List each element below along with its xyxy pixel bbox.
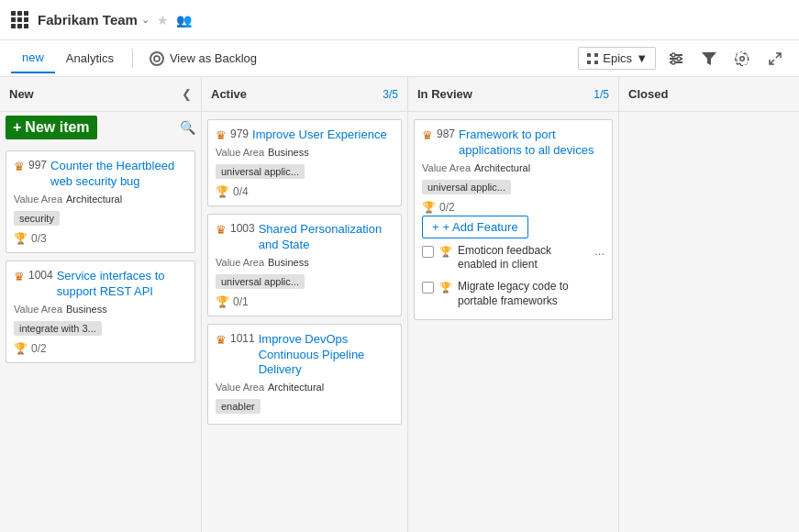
card-997-score: 🏆 0/3 — [14, 232, 187, 245]
filter-button[interactable] — [696, 46, 722, 72]
card-987-title[interactable]: Framework to port applications to all de… — [459, 127, 605, 159]
value-area-label-1003: Value Area — [216, 257, 264, 268]
favorite-star-icon[interactable]: ★ — [157, 13, 169, 28]
card-1003-score: 🏆 0/1 — [216, 295, 394, 308]
nav-board[interactable]: new — [11, 43, 55, 73]
card-1003-id: 1003 — [230, 222, 255, 235]
card-1004-id: 1004 — [28, 269, 53, 282]
card-1011-value-area: Value Area Architectural — [216, 382, 394, 393]
card-1003-tag[interactable]: universal applic... — [216, 274, 305, 289]
backlog-circle-icon — [150, 51, 164, 66]
view-backlog-label: View as Backlog — [170, 51, 257, 65]
card-1011-header: ♛ 1011 Improve DevOps Continuous Pipelin… — [216, 332, 394, 379]
card-1011-title[interactable]: Improve DevOps Continuous Pipeline Deliv… — [259, 332, 394, 379]
card-1004-value-area: Value Area Business — [14, 304, 187, 315]
kanban-board: New ❮ + New item 🔍 ♛ 997 Counter the Hea… — [0, 77, 799, 532]
trophy-icon-987: 🏆 — [422, 201, 436, 214]
svg-point-8 — [671, 53, 675, 57]
card-1003[interactable]: ♛ 1003 Shared Personalization and State … — [207, 214, 402, 316]
nav-separator — [132, 50, 133, 68]
feature-item-1: 🏆 Migrate legacy code to portable framew… — [422, 276, 605, 312]
add-feature-plus-icon: + — [432, 220, 439, 234]
card-997[interactable]: ♛ 997 Counter the Heartbleed web securit… — [6, 150, 195, 253]
value-area-label-1011: Value Area — [216, 382, 264, 393]
team-chevron-icon[interactable]: ⌄ — [141, 14, 150, 26]
trophy-icon-1004: 🏆 — [14, 342, 28, 355]
people-icon[interactable]: 👥 — [176, 13, 192, 28]
card-1004-tag[interactable]: integrate with 3... — [14, 321, 102, 336]
card-979-id: 979 — [230, 127, 249, 140]
epics-label: Epics — [603, 51, 632, 65]
feature-trophy-icon-0: 🏆 — [439, 246, 452, 258]
search-icon[interactable]: 🔍 — [180, 120, 195, 135]
card-987-tag[interactable]: universal applic... — [422, 180, 511, 194]
column-inreview-body: ♛ 987 Framework to port applications to … — [408, 112, 618, 532]
column-active-header: Active 3/5 — [202, 77, 407, 112]
card-1003-title[interactable]: Shared Personalization and State — [259, 222, 394, 253]
value-area-type-979: Business — [268, 147, 309, 158]
crown-icon-1004: ♛ — [14, 270, 25, 283]
svg-point-10 — [671, 61, 675, 64]
feature-checkbox-1[interactable] — [422, 282, 434, 294]
column-closed: Closed ❯ — [619, 77, 799, 532]
feature-text-0: Emoticon feedback enabled in client — [458, 244, 589, 272]
value-area-label-997: Value Area — [14, 194, 62, 205]
column-inreview-title: In Review — [417, 87, 588, 101]
epics-button[interactable]: Epics ▼ — [578, 47, 656, 70]
card-979-title[interactable]: Improve User Experience — [252, 127, 387, 143]
card-1004-score: 🏆 0/2 — [14, 342, 187, 355]
score-987: 0/2 — [439, 201, 455, 214]
card-1011-tag[interactable]: enabler — [216, 399, 261, 414]
score-1004: 0/2 — [31, 342, 47, 355]
add-feature-button[interactable]: + + Add Feature — [422, 216, 528, 238]
expand-button[interactable] — [762, 46, 788, 72]
feature-ellipsis-icon-0[interactable]: ... — [594, 244, 605, 258]
card-987[interactable]: ♛ 987 Framework to port applications to … — [414, 119, 613, 320]
score-997: 0/3 — [31, 232, 47, 245]
score-979: 0/4 — [233, 185, 249, 198]
value-area-type-987: Architectural — [474, 162, 530, 173]
nav-analytics[interactable]: Analytics — [55, 44, 125, 72]
nav-view-backlog[interactable]: View as Backlog — [140, 46, 266, 72]
card-979-header: ♛ 979 Improve User Experience — [216, 127, 394, 143]
crown-icon-1003: ♛ — [216, 223, 227, 237]
column-new-collapse-icon[interactable]: ❮ — [182, 87, 192, 101]
card-997-title[interactable]: Counter the Heartbleed web security bug — [50, 159, 187, 190]
column-inreview: In Review 1/5 ♛ 987 Framework to port ap… — [408, 77, 619, 532]
svg-rect-2 — [594, 53, 598, 57]
app-header: Fabrikam Team ⌄ ★ 👥 — [0, 0, 799, 40]
feature-checkbox-0[interactable] — [422, 246, 434, 258]
column-active-count: 3/5 — [383, 88, 398, 101]
new-item-button[interactable]: + New item — [6, 116, 97, 139]
card-987-header: ♛ 987 Framework to port applications to … — [422, 127, 605, 159]
card-997-tag[interactable]: security — [14, 211, 60, 226]
card-1003-header: ♛ 1003 Shared Personalization and State — [216, 222, 394, 253]
column-new: New ❮ + New item 🔍 ♛ 997 Counter the Hea… — [0, 77, 202, 532]
team-name: Fabrikam Team — [38, 12, 138, 28]
value-area-label-987: Value Area — [422, 162, 471, 173]
card-1004-title[interactable]: Service interfaces to support REST API — [57, 269, 187, 300]
card-1004-header: ♛ 1004 Service interfaces to support RES… — [14, 269, 187, 300]
column-new-body: ♛ 997 Counter the Heartbleed web securit… — [0, 143, 201, 532]
card-1004[interactable]: ♛ 1004 Service interfaces to support RES… — [6, 260, 195, 363]
svg-rect-4 — [594, 61, 598, 64]
value-area-type-997: Architectural — [66, 194, 122, 205]
card-979-tag[interactable]: universal applic... — [216, 164, 305, 179]
column-inreview-header: In Review 1/5 — [408, 77, 618, 112]
card-1011-id: 1011 — [230, 332, 255, 345]
value-area-label-979: Value Area — [216, 147, 264, 158]
card-979-value-area: Value Area Business — [216, 147, 394, 158]
column-new-title: New — [9, 87, 178, 101]
card-997-header: ♛ 997 Counter the Heartbleed web securit… — [14, 159, 187, 190]
card-979[interactable]: ♛ 979 Improve User Experience Value Area… — [207, 119, 402, 206]
crown-icon-987: ♛ — [422, 128, 433, 142]
value-area-type-1004: Business — [66, 304, 107, 315]
trophy-icon-979: 🏆 — [216, 185, 229, 198]
trophy-icon-997: 🏆 — [14, 232, 28, 245]
column-active: Active 3/5 ♛ 979 Improve User Experience… — [202, 77, 408, 532]
card-1011[interactable]: ♛ 1011 Improve DevOps Continuous Pipelin… — [207, 324, 402, 426]
svg-rect-1 — [587, 53, 591, 57]
epics-chevron-icon: ▼ — [636, 51, 648, 65]
column-settings-button[interactable] — [663, 46, 689, 72]
settings-button[interactable] — [729, 46, 755, 72]
